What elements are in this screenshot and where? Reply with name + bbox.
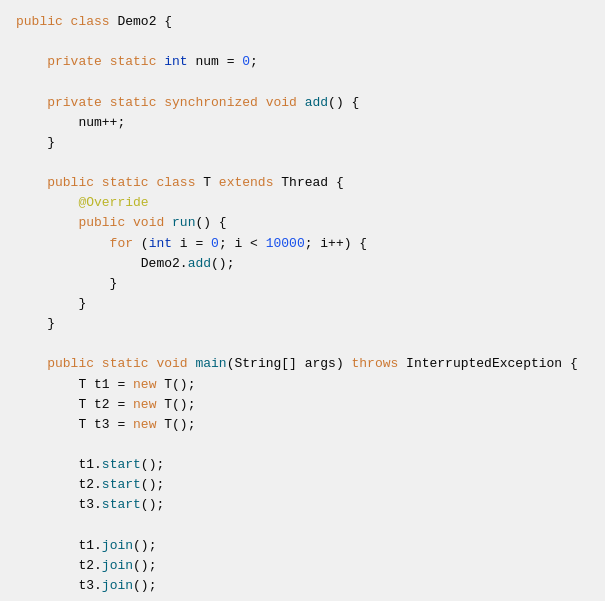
code-line: public static void main(String[] args) t… xyxy=(16,354,589,374)
code-token: num = xyxy=(195,52,242,72)
code-token: } xyxy=(16,294,86,314)
code-token: Demo2 { xyxy=(117,12,172,32)
code-token: new xyxy=(133,375,164,395)
code-token: T t1 = xyxy=(16,375,133,395)
code-token: ( xyxy=(141,234,149,254)
code-token: join xyxy=(102,556,133,576)
code-token: void xyxy=(156,354,195,374)
code-line: t3.start(); xyxy=(16,495,589,515)
code-token: static xyxy=(110,52,165,72)
code-token: T t3 = xyxy=(16,415,133,435)
code-token: main xyxy=(195,354,226,374)
code-token: t1. xyxy=(16,455,102,475)
code-token: public xyxy=(16,354,102,374)
code-line: Demo2.add(); xyxy=(16,254,589,274)
code-token: } xyxy=(16,314,55,334)
code-token: T(); xyxy=(164,375,195,395)
code-token: T(); xyxy=(164,415,195,435)
code-token: for xyxy=(16,234,141,254)
code-token: synchronized xyxy=(164,93,265,113)
code-line: t1.start(); xyxy=(16,455,589,475)
code-line: } xyxy=(16,314,589,334)
code-token: public xyxy=(16,12,71,32)
code-token: (); xyxy=(141,495,164,515)
code-token: throws xyxy=(352,354,407,374)
code-token: Demo2. xyxy=(16,254,188,274)
code-line: t1.join(); xyxy=(16,536,589,556)
code-token: add xyxy=(305,93,328,113)
code-token: (); xyxy=(211,254,234,274)
code-line xyxy=(16,334,589,354)
code-token: num++; xyxy=(16,113,125,133)
code-token: new xyxy=(133,415,164,435)
code-line: private static synchronized void add() { xyxy=(16,93,589,113)
code-token: t3. xyxy=(16,495,102,515)
code-token: (String[] args) xyxy=(227,354,352,374)
code-token: 0 xyxy=(211,234,219,254)
code-token: () { xyxy=(195,213,226,233)
code-token: void xyxy=(266,93,305,113)
code-token: class xyxy=(71,12,118,32)
code-token: T(); xyxy=(164,395,195,415)
code-line: T t1 = new T(); xyxy=(16,375,589,395)
code-line: } xyxy=(16,294,589,314)
code-token: 10000 xyxy=(266,234,305,254)
code-line: t3.join(); xyxy=(16,576,589,596)
code-token: t3. xyxy=(16,576,102,596)
code-token: (); xyxy=(141,455,164,475)
code-line xyxy=(16,516,589,536)
code-line: num++; xyxy=(16,113,589,133)
code-token: } xyxy=(16,274,117,294)
code-line xyxy=(16,435,589,455)
code-token: start xyxy=(102,495,141,515)
code-token: join xyxy=(102,536,133,556)
code-line: public class Demo2 { xyxy=(16,12,589,32)
code-line: T t2 = new T(); xyxy=(16,395,589,415)
code-line: public void run() { xyxy=(16,213,589,233)
code-token: } xyxy=(16,133,55,153)
code-token: (); xyxy=(133,556,156,576)
code-line: T t3 = new T(); xyxy=(16,415,589,435)
code-token: t2. xyxy=(16,475,102,495)
code-token: ; xyxy=(250,52,258,72)
code-token: (); xyxy=(141,475,164,495)
code-token: private xyxy=(16,52,110,72)
code-token: extends xyxy=(219,173,281,193)
code-line xyxy=(16,32,589,52)
code-token: int xyxy=(149,234,180,254)
code-token: (); xyxy=(133,576,156,596)
code-token: run xyxy=(172,213,195,233)
code-line: } xyxy=(16,274,589,294)
code-token: join xyxy=(102,576,133,596)
code-token: class xyxy=(156,173,203,193)
code-token: t1. xyxy=(16,536,102,556)
code-token: ; i < xyxy=(219,234,266,254)
code-line: t2.start(); xyxy=(16,475,589,495)
code-line: @Override xyxy=(16,193,589,213)
code-line: public static class T extends Thread { xyxy=(16,173,589,193)
code-line: t2.join(); xyxy=(16,556,589,576)
code-token: i = xyxy=(180,234,211,254)
code-token: InterruptedException { xyxy=(406,354,578,374)
code-token: private xyxy=(16,93,110,113)
code-token: Thread { xyxy=(281,173,343,193)
code-token: () { xyxy=(328,93,359,113)
code-editor: public class Demo2 { private static int … xyxy=(0,0,605,601)
code-token: start xyxy=(102,455,141,475)
code-line: private static int num = 0; xyxy=(16,52,589,72)
code-line xyxy=(16,596,589,601)
code-line: for (int i = 0; i < 10000; i++) { xyxy=(16,234,589,254)
code-token: start xyxy=(102,475,141,495)
code-block: public class Demo2 { private static int … xyxy=(16,12,589,601)
code-token: 0 xyxy=(242,52,250,72)
code-token: T t2 = xyxy=(16,395,133,415)
code-token: void xyxy=(133,213,172,233)
code-token: static xyxy=(102,173,157,193)
code-line xyxy=(16,72,589,92)
code-token: public xyxy=(16,173,102,193)
code-token: static xyxy=(110,93,165,113)
code-token: t2. xyxy=(16,556,102,576)
code-line: } xyxy=(16,133,589,153)
code-token: public xyxy=(16,213,133,233)
code-token: static xyxy=(102,354,157,374)
